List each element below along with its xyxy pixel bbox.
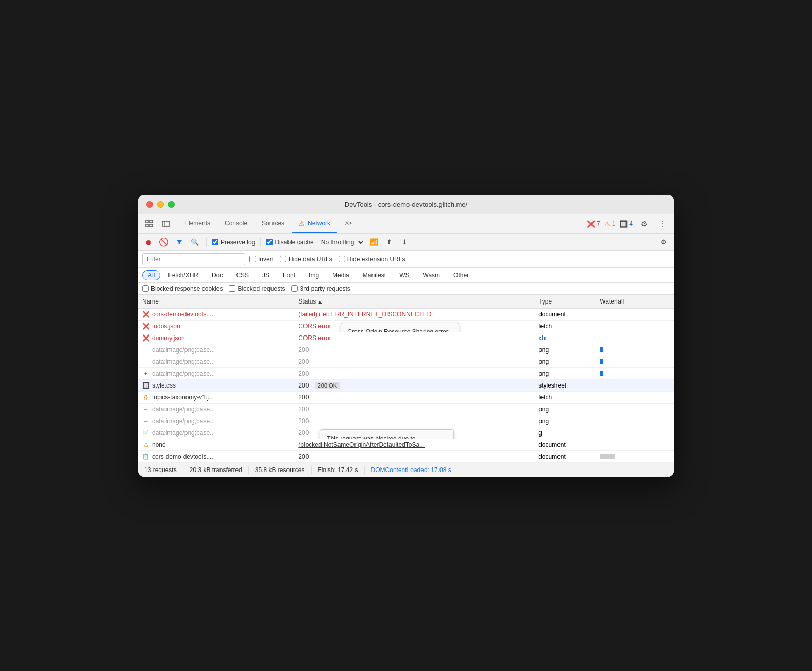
tab-sources[interactable]: Sources — [255, 214, 292, 233]
type-filter-wasm[interactable]: Wasm — [417, 270, 446, 280]
table-row[interactable]: ❌ todos.json CORS error Cross-Origin Res… — [138, 320, 674, 332]
type-filter-img[interactable]: Img — [303, 270, 325, 280]
status-bar: 13 requests 20.3 kB transferred 35.8 kB … — [138, 463, 674, 477]
waterfall-bar — [600, 371, 603, 376]
col-header-type[interactable]: Type — [534, 295, 596, 309]
warning-row-icon: ⚠ — [142, 441, 149, 448]
svg-rect-3 — [150, 224, 153, 227]
hide-data-urls-checkbox[interactable] — [280, 256, 286, 262]
row-name: – data:image/png;base... — [142, 406, 290, 413]
type-filter-font[interactable]: Font — [277, 270, 301, 280]
invert-label[interactable]: Invert — [249, 256, 274, 263]
table-row[interactable]: ❌ cors-demo-devtools.... (failed) net::E… — [138, 308, 674, 320]
col-header-name[interactable]: Name — [138, 295, 294, 309]
preserve-log-label[interactable]: Preserve log — [212, 239, 255, 246]
clear-icon[interactable]: 🚫 — [158, 236, 170, 248]
table-row[interactable]: ✦ data:image/png;base... 200 png — [138, 367, 674, 379]
type-filter-other[interactable]: Other — [448, 270, 475, 280]
stop-recording-icon[interactable]: ⏺ — [142, 236, 155, 248]
table-row[interactable]: – data:image/png;base... 200 png — [138, 356, 674, 367]
table-row[interactable]: ❌ dummy.json CORS error xhr — [138, 332, 674, 344]
toolbar-right-icons: ❌ 7 ⚠ 1 🔲 4 ⚙ ⋮ — [587, 216, 670, 231]
svg-rect-1 — [146, 224, 148, 227]
filter-checkboxes: Invert Hide data URLs Hide extension URL… — [249, 256, 405, 263]
svg-rect-0 — [146, 220, 148, 223]
row-name: – data:image/png;base... — [142, 346, 290, 354]
type-filter-manifest[interactable]: Manifest — [357, 270, 392, 280]
invert-checkbox[interactable] — [249, 256, 256, 262]
table-row[interactable]: 🔲 style.css 200 200 OK stylesheet — [138, 379, 674, 391]
warning-badge: ⚠ 1 — [604, 220, 616, 228]
error-icon: ❌ — [142, 323, 149, 330]
tab-list: Elements Console Sources ⚠ Network >> — [177, 214, 359, 233]
network-settings-icon[interactable]: ⚙ — [657, 236, 670, 248]
settings-icon[interactable]: ⚙ — [637, 216, 651, 231]
table-row[interactable]: – data:image/png;base... 200 png — [138, 344, 674, 356]
type-filter-all[interactable]: All — [142, 270, 160, 280]
filter-input[interactable] — [142, 253, 245, 265]
disable-cache-label[interactable]: Disable cache — [266, 239, 313, 246]
row-name: ❌ dummy.json — [142, 334, 290, 342]
type-filter-ws[interactable]: WS — [394, 270, 415, 280]
table-row[interactable]: ⚠ none (blocked:NotSameOriginAfterDefaul… — [138, 439, 674, 450]
third-party-requests-checkbox[interactable] — [291, 285, 298, 292]
minimize-button[interactable] — [157, 201, 164, 208]
filter-row: Invert Hide data URLs Hide extension URL… — [138, 251, 674, 268]
hide-extension-urls-label[interactable]: Hide extension URLs — [339, 256, 405, 263]
preserve-log-checkbox[interactable] — [212, 239, 218, 245]
error-badge: ❌ 7 — [587, 220, 600, 228]
inspect-icon[interactable] — [142, 216, 157, 231]
table-row[interactable]: 📋 cors-demo-devtools.... 200 document — [138, 450, 674, 462]
type-filter-css[interactable]: CSS — [230, 270, 255, 280]
disable-cache-checkbox[interactable] — [266, 239, 273, 245]
type-filter-fetch-xhr[interactable]: Fetch/XHR — [162, 270, 204, 280]
devtools-window: DevTools - cors-demo-devtools.glitch.me/ — [138, 195, 674, 477]
error-icon: ❌ — [142, 334, 149, 342]
responsive-icon[interactable] — [159, 216, 173, 231]
close-button[interactable] — [146, 201, 153, 208]
finish-time: Finish: 17.42 s — [312, 466, 365, 474]
network-warning-icon: ⚠ — [299, 220, 305, 227]
filter-icon[interactable] — [173, 236, 185, 248]
type-filter-doc[interactable]: Doc — [206, 270, 228, 280]
table-row[interactable]: – data:image/png;base... 200 png — [138, 403, 674, 415]
second-toolbar: ⏺ 🚫 🔍 Preserve log Disable cache No thro… — [138, 234, 674, 251]
toolbar-left-icons — [142, 216, 173, 231]
type-filter-row: All Fetch/XHR Doc CSS JS Font Img Media … — [138, 268, 674, 283]
top-toolbar: Elements Console Sources ⚠ Network >> — [138, 214, 674, 234]
waterfall-bar — [600, 347, 603, 352]
download-icon[interactable]: ⬇ — [399, 236, 411, 248]
blocked-link[interactable]: (blocked:NotSameOriginAfterDefaultedToSa… — [298, 441, 425, 448]
third-party-requests-label[interactable]: 3rd-party requests — [291, 285, 350, 292]
tab-console[interactable]: Console — [217, 214, 255, 233]
doc-icon: 📋 — [142, 453, 149, 460]
blocked-cookies-checkbox[interactable] — [142, 285, 149, 292]
blocked-requests-label[interactable]: Blocked requests — [229, 285, 285, 292]
dash-icon: – — [142, 358, 149, 365]
search-icon[interactable]: 🔍 — [189, 236, 201, 248]
tab-more[interactable]: >> — [337, 214, 359, 233]
row-name: 📋 cors-demo-devtools.... — [142, 453, 290, 460]
type-filter-media[interactable]: Media — [327, 270, 355, 280]
upload-icon[interactable]: ⬆ — [383, 236, 396, 248]
row-name: {} topics-taxonomy-v1.j... — [142, 394, 290, 401]
col-header-status[interactable]: Status — [294, 295, 534, 309]
table-row[interactable]: 📄 data:image/png;base... 200 This reques… — [138, 427, 674, 439]
throttle-select[interactable]: No throttling Slow 3G Fast 3G — [317, 237, 365, 247]
network-table: Name Status Type Waterfall ❌ — [138, 295, 674, 463]
fullscreen-button[interactable] — [168, 201, 175, 208]
hide-data-urls-label[interactable]: Hide data URLs — [280, 256, 332, 263]
error-icon: ❌ — [142, 311, 149, 318]
blocked-cookies-label[interactable]: Blocked response cookies — [142, 285, 223, 292]
table-row[interactable]: – data:image/png;base... 200 png — [138, 415, 674, 427]
filter-input-wrap — [142, 253, 245, 265]
col-header-waterfall[interactable]: Waterfall — [596, 295, 674, 309]
tab-elements[interactable]: Elements — [177, 214, 217, 233]
wifi-icon[interactable]: 📶 — [368, 236, 380, 248]
table-row[interactable]: {} topics-taxonomy-v1.j... 200 fetch — [138, 391, 674, 403]
tab-network[interactable]: ⚠ Network — [292, 214, 337, 233]
hide-extension-urls-checkbox[interactable] — [339, 256, 345, 262]
blocked-requests-checkbox[interactable] — [229, 285, 235, 292]
more-options-icon[interactable]: ⋮ — [655, 216, 670, 231]
type-filter-js[interactable]: JS — [257, 270, 275, 280]
